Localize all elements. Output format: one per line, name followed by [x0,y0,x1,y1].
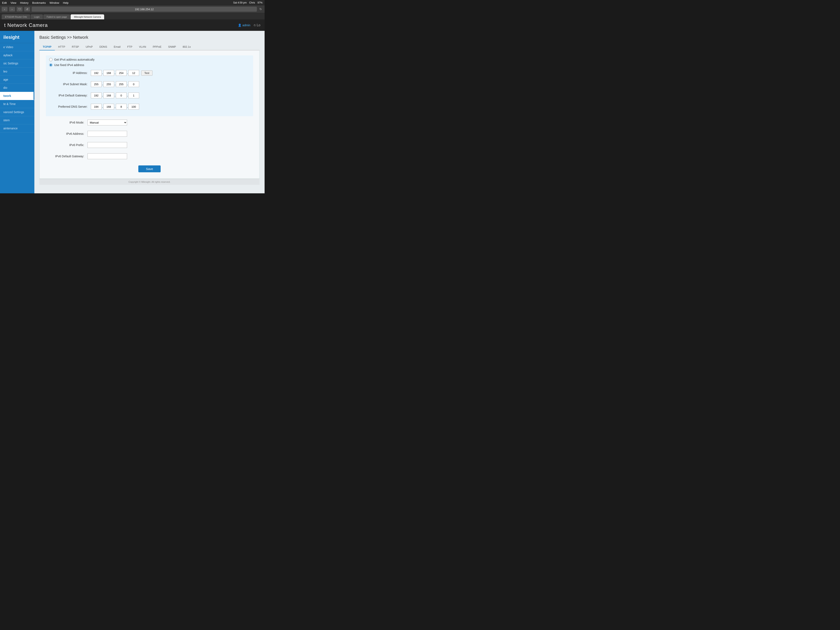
datetime: Sat 4:59 pm [233,1,247,4]
sidebar-item-advanced[interactable]: vanced Settings [0,108,35,116]
tab-rtsp[interactable]: RTSP [68,44,82,51]
logout-icon[interactable]: ⎋ Lo [254,23,261,27]
menu-bookmarks[interactable]: Bookmarks [32,1,46,5]
sidebar-item-video[interactable]: leo [0,68,35,76]
subnet-row: IPv4 Subnet Mask: . . . [49,80,250,88]
subnet-b[interactable] [103,81,114,87]
menu-help[interactable]: Help [63,1,68,5]
shield-button[interactable]: 🛡 [17,7,22,11]
tab-pppoe[interactable]: PPPoE [149,44,165,51]
ipv6-address-row: IPv6 Address: [46,129,253,138]
menu-items[interactable]: Edit View History Bookmarks Window Help [2,1,68,5]
gateway-label: IPv4 Default Gateway: [49,94,91,97]
radio-auto-input[interactable] [49,58,52,61]
sidebar-item-image[interactable]: age [0,76,35,84]
test-button[interactable]: Test [141,70,153,76]
sidebar-item-system[interactable]: stem [0,116,35,125]
admin-label: admin [243,24,250,27]
subnet-c[interactable] [116,81,127,87]
subnet-a[interactable] [91,81,102,87]
gw-c[interactable] [116,93,127,98]
tab-login[interactable]: Login [31,14,43,19]
ipv6-prefix-row: IPv6 Prefix: [46,141,253,149]
ip-dot-2: . [114,71,116,74]
reload-button[interactable]: ↺ [24,7,30,11]
back-button[interactable]: ‹ [2,7,8,11]
sidebar-item-playback[interactable]: ayback [0,51,35,59]
radio-auto-label[interactable]: Get IPv4 address automatically [54,58,95,61]
menu-view[interactable]: View [10,1,16,5]
ip-c[interactable] [116,70,127,76]
address-bar[interactable] [32,7,257,12]
forward-button[interactable]: › [9,7,15,11]
gateway-row: IPv4 Default Gateway: . . . [49,91,250,99]
ipv6-mode-select[interactable]: Manual Auto DHCPv6 [87,120,127,125]
tab-upnp[interactable]: UPnP [82,44,96,51]
sidebar-item-audio[interactable]: dio [0,84,35,92]
ip-address-label: IP Address: [49,71,91,74]
app-header: t Network Camera 👤 admin ⎋ Lo [0,19,265,31]
gw-dot-1: . [102,94,103,97]
tab-snmp[interactable]: SNMP [165,44,179,51]
sidebar-item-network[interactable]: twork [0,92,35,100]
save-button[interactable]: Save [138,166,160,172]
tab-email[interactable]: Email [111,44,124,51]
refresh-icon[interactable]: ↻ [259,7,263,11]
menu-history[interactable]: History [20,1,28,5]
dns-dot-2: . [114,105,116,108]
sidebar-item-maintenance[interactable]: aintenance [0,125,35,133]
gw-dot-2: . [114,94,116,97]
admin-link[interactable]: 👤 admin [238,24,250,27]
tab-http[interactable]: HTTP [55,44,68,51]
gateway-input-group: . . . [91,93,139,98]
breadcrumb: Basic Settings >> Network [39,35,260,40]
radio-fixed-input[interactable] [49,63,52,67]
ip-dot-3: . [127,71,128,74]
radio-auto[interactable]: Get IPv4 address automatically [49,58,250,61]
battery: 97% [257,1,262,4]
app-title: t Network Camera [4,22,48,28]
dns-dot-3: . [127,105,128,108]
tab-8021x[interactable]: 802.1x [179,44,194,51]
sidebar-item-basic-settings[interactable]: sic Settings [0,59,35,68]
gw-a[interactable] [91,93,102,98]
dns-dot-1: . [102,105,103,108]
ip-a[interactable] [91,70,102,76]
sidebar: ilesight e Video ayback sic Settings leo… [0,31,35,193]
gw-b[interactable] [103,93,114,98]
sidebar-item-live-video[interactable]: e Video [0,43,35,51]
ip-d[interactable] [128,70,139,76]
ipv6-gateway-input[interactable] [87,153,127,159]
tab-ddns[interactable]: DDNS [96,44,111,51]
dns-row: Preferred DNS Server: . . . [49,103,250,111]
dns-c[interactable] [116,104,127,110]
tab-tcpip[interactable]: TCP/IP [39,44,55,51]
sidebar-item-datetime[interactable]: te & Time [0,100,35,108]
gw-d[interactable] [128,93,139,98]
dns-a[interactable] [91,104,102,110]
menu-edit[interactable]: Edit [2,1,7,5]
subnet-dot-1: . [102,82,103,86]
tab-vlan[interactable]: VLAN [136,44,149,51]
subnet-d[interactable] [128,81,139,87]
ipv6-address-input[interactable] [87,131,127,137]
browser-chrome: ‹ › 🛡 ↺ ↻ [0,5,265,13]
menu-window[interactable]: Window [50,1,59,5]
tab-milesight[interactable]: Milesight Network Camera [71,14,104,19]
subnet-input-group: . . . [91,81,139,87]
tab-etgear[interactable]: ETGEAR Router Orbi [2,14,30,19]
username: Chris [249,1,255,4]
ipv6-prefix-input[interactable] [87,142,127,148]
browser-tabs: ETGEAR Router Orbi Login Failed to open … [0,13,265,19]
ip-dot-1: . [102,71,103,74]
ip-b[interactable] [103,70,114,76]
mac-menubar: Edit View History Bookmarks Window Help … [0,0,265,5]
dns-label: Preferred DNS Server: [49,105,91,108]
tab-ftp[interactable]: FTP [124,44,136,51]
dns-d[interactable] [128,104,139,110]
dns-b[interactable] [103,104,114,110]
tab-failed[interactable]: Failed to open page [43,14,70,19]
ipv6-gateway-row: IPv6 Default Gateway: [46,152,253,160]
radio-fixed-label[interactable]: Use fixed IPv4 address [54,63,84,67]
radio-fixed[interactable]: Use fixed IPv4 address [49,63,250,67]
